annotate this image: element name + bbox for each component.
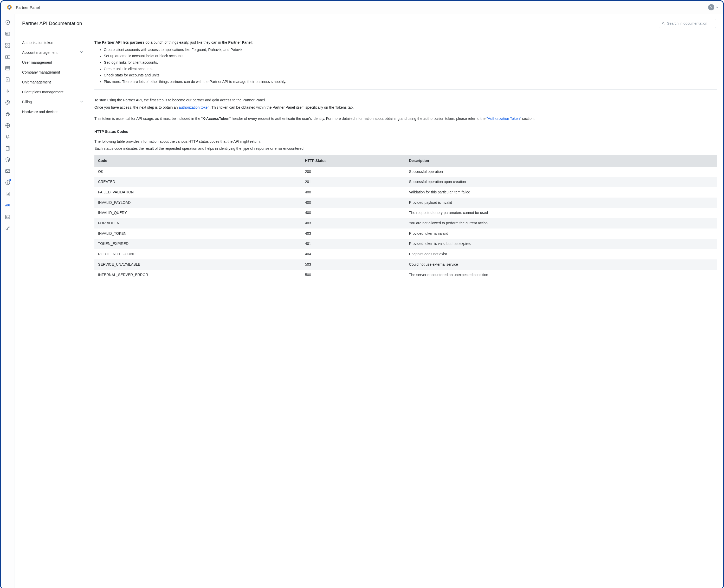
table-cell: Provided token is valid but has expired [406,239,717,249]
table-cell: OK [95,167,302,177]
svg-rect-10 [8,46,9,47]
search-input[interactable] [667,21,712,25]
auth-token-link[interactable]: authorization token [179,105,210,109]
table-cell: SERVICE_UNAVAILABLE [95,259,302,270]
toc-item[interactable]: User management [22,58,88,67]
globe-icon[interactable] [3,121,13,130]
terminal-icon[interactable] [3,212,13,222]
apps-icon[interactable] [3,41,13,50]
table-cell: 500 [302,270,406,280]
toc-item-label: Unit management [22,80,51,84]
table-cell: 404 [302,249,406,259]
table-cell: FAILED_VALIDATION [95,187,302,197]
payment-icon[interactable] [3,52,13,61]
chevron-down-icon [80,51,83,54]
table-cell: 201 [302,177,406,187]
toc-item-label: Company management [22,70,60,74]
search-box[interactable] [659,19,716,28]
table-cell: 400 [302,208,406,218]
key-icon[interactable] [3,224,13,233]
palette-icon[interactable] [3,98,13,107]
table-cell: The server encountered an unexpected con… [406,270,717,280]
table-header-cell: Code [95,155,302,167]
table-cell: Provided token is invalid [406,229,717,239]
car-icon[interactable] [3,109,13,119]
svg-rect-9 [6,46,7,47]
svg-point-32 [7,159,8,160]
toc-item[interactable]: Authorization token [22,38,88,47]
toc-item[interactable]: Billing [22,98,88,106]
dashboard-icon[interactable] [3,29,13,39]
brand-title: Partner Panel [16,5,40,9]
intro-bullet: Check stats for accounts and units. [104,72,717,78]
table-cell: ROUTE_NOT_FOUND [95,249,302,259]
intro-bullets: Create client accounts with access to ap… [104,47,717,85]
toc-item[interactable]: Unit management [22,78,88,87]
api-text[interactable]: API [3,201,13,210]
table-row: TOKEN_EXPIRED401Provided token is valid … [95,239,717,249]
table-cell: TOKEN_EXPIRED [95,239,302,249]
svg-point-12 [7,57,8,58]
toc-item[interactable]: Company management [22,68,88,77]
table-header-cell: Description [406,155,717,167]
toc-item[interactable]: Hardware and devices [22,107,88,116]
toc-item-label: Client plans management [22,90,63,94]
svg-point-2 [7,22,8,23]
brand: Partner Panel [5,3,40,11]
table-cell: You are not allowed to perform the curre… [406,218,717,229]
intro-bullet: Plus more: There are lots of other thing… [104,79,717,85]
icon-sidebar: $$API [1,14,15,588]
table-cell: Endpoint does not exist [406,249,717,259]
table-cell: Successful operation [406,167,717,177]
library-icon[interactable] [3,63,13,73]
user-menu[interactable]: V [708,4,719,10]
svg-point-21 [8,102,9,102]
svg-rect-25 [6,146,9,150]
table-row: INVALID_QUERY400The requested query para… [95,208,717,218]
table-row: SERVICE_UNAVAILABLE503Could not use exte… [95,259,717,270]
svg-rect-13 [6,66,10,70]
svg-rect-42 [6,215,10,218]
table-cell: INVALID_TOKEN [95,229,302,239]
invoice-icon[interactable]: $ [3,75,13,84]
shield-icon[interactable] [3,18,13,27]
table-cell: Could not use external service [406,259,717,270]
svg-point-45 [662,22,664,24]
svg-point-1 [8,6,11,8]
svg-point-22 [6,114,7,115]
table-row: INTERNAL_SERVER_ERROR500The server encou… [95,270,717,280]
table-cell: 200 [302,167,406,177]
table-row: OK200Successful operation [95,167,717,177]
svg-rect-34 [6,169,10,172]
start-paragraph-2: Once you have access, the next step is t… [95,105,717,110]
table-cell: INVALID_PAYLOAD [95,197,302,208]
svg-rect-11 [5,56,10,59]
toc-item-label: Hardware and devices [22,110,58,114]
avatar-initial: V [710,5,712,9]
toc-item[interactable]: Account management [22,48,88,57]
toc-item[interactable]: Client plans management [22,88,88,97]
table-cell: 403 [302,229,406,239]
intro-bullet: Create units in client accounts. [104,66,717,72]
table-row: ROUTE_NOT_FOUND404Endpoint does not exis… [95,249,717,259]
chevron-down-icon [80,100,83,104]
info-icon[interactable] [3,178,13,187]
table-cell: INVALID_QUERY [95,208,302,218]
bell-icon[interactable] [3,132,13,141]
page-header: Partner API Documentation [15,14,723,33]
table-row: FORBIDDEN403You are not allowed to perfo… [95,218,717,229]
auth-token-section-link[interactable]: "Authorization Token" [487,117,521,121]
dollar-icon[interactable]: $ [3,86,13,96]
intro-bullet: Get login links for client accounts. [104,60,717,65]
intro-lead-tail: : [252,40,253,44]
report-icon[interactable] [3,189,13,198]
table-row: INVALID_PAYLOAD400Provided payload is in… [95,197,717,208]
intro-lead-bold2: Partner Panel [228,40,251,44]
intro-lead-mid: do a bunch of things easily, just like t… [144,40,228,44]
svg-point-33 [8,161,9,162]
mail-check-icon[interactable] [3,166,13,176]
svg-rect-8 [8,43,9,45]
building-icon[interactable] [3,144,13,153]
header-name-bold: X-AccessToken [203,117,229,121]
shield-gear-icon[interactable] [3,155,13,164]
